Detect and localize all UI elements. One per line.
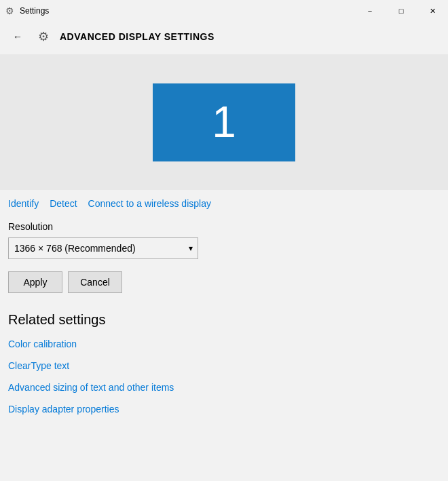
identify-link[interactable]: Identify [8,198,39,209]
page-header: ← ⚙ Advanced Display Settings [0,22,448,54]
close-button[interactable]: ✕ [417,0,448,22]
settings-icon: ⚙ [5,5,14,16]
wireless-display-link[interactable]: Connect to a wireless display [88,198,211,209]
related-settings-title: Related settings [8,312,440,328]
page-title: Advanced Display Settings [60,31,214,42]
cancel-button[interactable]: Cancel [68,271,122,293]
window: ⚙ Settings − □ ✕ ← ⚙ Advanced Display Se… [0,0,448,481]
detect-link[interactable]: Detect [50,198,77,209]
apply-button[interactable]: Apply [8,271,62,293]
minimize-button[interactable]: − [354,0,386,22]
title-bar: ⚙ Settings − □ ✕ [0,0,448,22]
back-button[interactable]: ← [8,27,27,46]
resolution-section: Resolution 1366 × 768 (Recommended) 1280… [0,209,448,259]
display-preview-area: 1 [0,54,448,190]
maximize-button[interactable]: □ [386,0,417,22]
resolution-label: Resolution [8,221,440,232]
title-bar-controls: − □ ✕ [354,0,448,22]
monitor-box: 1 [153,83,295,161]
main-content: 1 Identify Detect Connect to a wireless … [0,54,448,481]
advanced-sizing-link[interactable]: Advanced sizing of text and other items [8,382,174,393]
monitor-number: 1 [212,97,236,147]
title-bar-left: ⚙ Settings [5,5,49,16]
title-bar-title: Settings [20,6,49,16]
buttons-row: Apply Cancel [0,259,448,293]
resolution-dropdown[interactable]: 1366 × 768 (Recommended) 1280 × 768 1280… [8,237,198,259]
gear-icon: ⚙ [34,27,53,46]
color-calibration-link[interactable]: Color calibration [8,339,77,349]
cleartype-text-link[interactable]: ClearType text [8,360,69,371]
links-row: Identify Detect Connect to a wireless di… [0,190,448,209]
display-adapter-link[interactable]: Display adapter properties [8,404,119,415]
related-settings-section: Related settings Color calibration Clear… [0,293,448,415]
resolution-dropdown-wrapper: 1366 × 768 (Recommended) 1280 × 768 1280… [8,237,198,259]
